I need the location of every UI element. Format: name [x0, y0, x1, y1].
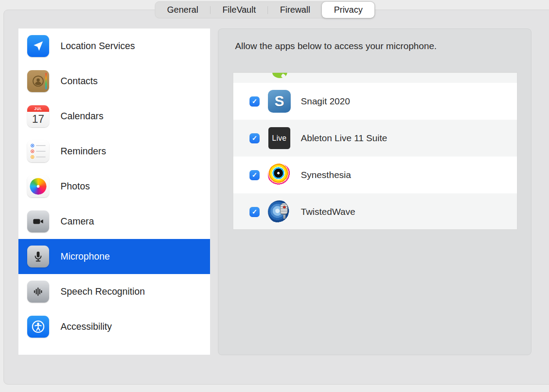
sidebar-item-label: Speech Recognition [61, 286, 145, 297]
app-checkbox[interactable]: ✓ [250, 207, 260, 217]
snagit-icon: S [268, 90, 291, 113]
sidebar-item-label: Camera [61, 216, 94, 227]
app-checkbox[interactable]: ✓ [250, 170, 260, 180]
sidebar-item-calendars[interactable]: JUL 17 Calendars [18, 99, 210, 134]
sidebar-item-label: Photos [61, 181, 90, 192]
privacy-category-sidebar[interactable]: Location Services Contacts JUL 17 Calend… [18, 29, 210, 355]
tab-filevault[interactable]: FileVault [210, 2, 267, 18]
ableton-live-icon: Live [268, 127, 291, 150]
sidebar-item-microphone[interactable]: Microphone [18, 239, 210, 274]
sidebar-item-speech-recognition[interactable]: Speech Recognition [18, 274, 210, 309]
app-name: TwistedWave [301, 207, 355, 217]
sidebar-item-location-services[interactable]: Location Services [18, 29, 210, 64]
calendars-icon: JUL 17 [27, 105, 49, 127]
speech-recognition-icon [27, 281, 49, 303]
tab-bar: General FileVault Firewall Privacy [155, 1, 375, 18]
microphone-icon [27, 246, 49, 267]
sidebar-item-label: Microphone [61, 251, 110, 262]
calendar-day: 17 [32, 113, 44, 125]
location-services-icon [27, 35, 49, 57]
sidebar-item-camera[interactable]: Camera [18, 204, 210, 239]
tab-firewall[interactable]: Firewall [268, 2, 322, 18]
sidebar-item-photos[interactable]: Photos [18, 169, 210, 204]
contacts-icon-stripe [45, 73, 47, 89]
sidebar-item-label: Contacts [61, 76, 98, 87]
app-row-synesthesia[interactable]: ✓ Synesthesia [233, 157, 517, 193]
sidebar-item-accessibility[interactable]: Accessibility [18, 309, 210, 344]
partial-app-icon [272, 73, 287, 78]
reminders-icon [27, 140, 49, 162]
calendar-month: JUL [27, 105, 49, 112]
sidebar-item-label: Location Services [61, 41, 135, 52]
sidebar-item-reminders[interactable]: Reminders [18, 134, 210, 169]
synesthesia-icon [268, 164, 291, 186]
photos-icon [27, 175, 49, 197]
sidebar-item-label: Accessibility [61, 321, 112, 332]
app-name: Synesthesia [301, 170, 351, 180]
tab-privacy[interactable]: Privacy [322, 2, 374, 18]
twistedwave-mic-detail [280, 203, 288, 214]
app-row-snagit[interactable]: ✓ S Snagit 2020 [233, 83, 517, 120]
accessibility-icon [27, 316, 49, 338]
twistedwave-icon [268, 200, 291, 223]
app-row-twistedwave[interactable]: ✓ TwistedWave [233, 193, 517, 230]
microphone-permissions-panel: Allow the apps below to access your micr… [218, 29, 531, 355]
camera-icon [27, 210, 49, 232]
app-name: Snagit 2020 [301, 96, 350, 107]
allowed-apps-list[interactable]: ✓ S Snagit 2020 ✓ Live Ableton Live 11 S… [233, 72, 517, 230]
app-row-partial[interactable] [233, 73, 517, 83]
app-checkbox[interactable]: ✓ [250, 96, 260, 107]
panel-heading: Allow the apps below to access your micr… [235, 41, 437, 51]
sidebar-item-contacts[interactable]: Contacts [18, 64, 210, 99]
tab-general[interactable]: General [155, 2, 210, 18]
app-checkbox[interactable]: ✓ [250, 133, 260, 143]
sidebar-item-label: Reminders [61, 146, 106, 157]
app-name: Ableton Live 11 Suite [301, 133, 387, 143]
sidebar-item-label: Calendars [61, 111, 103, 122]
contacts-icon [27, 70, 49, 92]
app-row-ableton-live[interactable]: ✓ Live Ableton Live 11 Suite [233, 120, 517, 157]
